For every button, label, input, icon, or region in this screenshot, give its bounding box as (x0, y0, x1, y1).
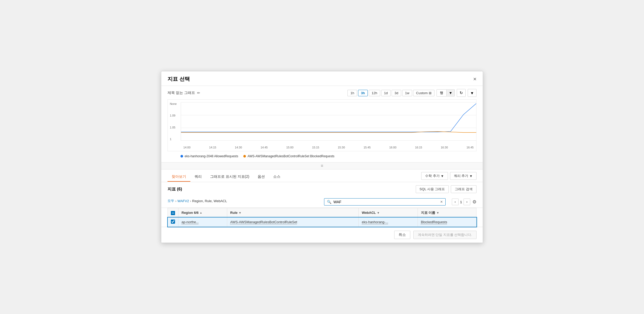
region-sort-icon[interactable]: ▲ (200, 211, 202, 214)
td-rule: AWS-AWSManagedRulesBotControlRuleSet (227, 217, 359, 227)
th-webacl: WebACL ▼ (359, 208, 418, 217)
chart-inner (181, 102, 476, 141)
continue-button: 계속하려면 단일 지표를 선택합니다. (413, 231, 477, 239)
add-query-button[interactable]: 쿼리 추가 ▼ (450, 172, 477, 180)
rule-filter-icon[interactable]: ▼ (239, 211, 242, 214)
tab-source[interactable]: 소스 (269, 172, 285, 182)
breadcrumb-sep-2: › (190, 199, 191, 203)
bottom-section: 찾아보기 쿼리 그래프로 표시된 지표(2) 옵션 소스 수학 추가 ▼ 쿼리 … (161, 169, 483, 227)
time-range-group: 1h 3h 12h 1d 3d 1w Custom ⊞ (347, 90, 434, 96)
modal-title: 지표 선택 (167, 76, 190, 83)
x-label-1645: 16:45 (466, 146, 474, 149)
time-1w[interactable]: 1w (402, 90, 412, 96)
td-metric: BlockedRequests (418, 217, 476, 227)
refresh-button[interactable]: ↻ (457, 89, 466, 97)
row-checkbox[interactable] (171, 220, 175, 224)
tab-browse[interactable]: 찾아보기 (167, 172, 190, 182)
custom-label: Custom (416, 91, 428, 95)
row-select: 행 ▼ (437, 89, 455, 97)
legend-text-2: AWS-AWSManagedRulesBotControlRuleSet Blo… (247, 154, 334, 158)
time-3d[interactable]: 3d (392, 90, 401, 96)
chart-svg (181, 102, 476, 141)
chart-area: None 1.09 1.05 1 14:00 14:15 (167, 99, 477, 151)
sql-graph-button[interactable]: SQL 사용 그래프 (416, 185, 449, 193)
more-options-button[interactable]: ▼ (468, 89, 477, 97)
cancel-button[interactable]: 취소 (394, 231, 410, 239)
webacl-filter-icon[interactable]: ▼ (377, 211, 380, 214)
td-webacl: eks-hanhorang-... (359, 217, 418, 227)
time-1d[interactable]: 1d (381, 90, 391, 96)
x-label-1515: 15:15 (312, 146, 319, 149)
table-row: ap-northe... AWS-AWSManagedRulesBotContr… (168, 217, 477, 227)
region-label: Region 6/6 (182, 211, 199, 215)
row-dropdown-arrow[interactable]: ▼ (446, 90, 454, 96)
webacl-label: WebACL (362, 211, 376, 215)
legend-area: eks-hanhorang-2048 AllowedRequests AWS-A… (167, 153, 477, 160)
settings-gear-button[interactable]: ⚙ (472, 199, 477, 205)
add-query-label: 쿼리 추가 (454, 174, 468, 178)
modal-container: 지표 선택 × 제목 없는 그래프 ✏ 1h 3h 12h 1d 3d 1w (161, 71, 483, 243)
x-label-1500: 15:00 (286, 146, 294, 149)
th-region: Region 6/6 ▲ (178, 208, 227, 217)
graph-title: 제목 없는 그래프 (167, 91, 195, 95)
tab-graphed-metrics[interactable]: 그래프로 표시된 지표(2) (206, 172, 253, 182)
table-header-row: Region 6/6 ▲ Rule ▼ WebA (168, 208, 477, 217)
search-input[interactable] (333, 200, 438, 204)
y-label-109: 1.09 (170, 114, 179, 117)
x-label-1615: 16:15 (415, 146, 422, 149)
metric-name-label: 지표 이름 (421, 210, 435, 215)
add-math-label: 수학 추가 (425, 174, 440, 178)
next-page-button[interactable]: › (464, 199, 470, 205)
th-rule: Rule ▼ (227, 208, 359, 217)
modal-footer: 취소 계속하려면 단일 지표를 선택합니다. (161, 227, 483, 243)
add-query-arrow: ▼ (469, 174, 473, 178)
metric-name-filter-icon[interactable]: ▼ (436, 211, 439, 214)
breadcrumb: 모두 › WAFV2 › Region, Rule, WebACL (167, 199, 227, 203)
y-label-none: None (170, 102, 179, 105)
grid-icon: ⊞ (429, 91, 432, 95)
search-row: 모두 › WAFV2 › Region, Rule, WebACL 🔍 × ‹ (167, 198, 477, 206)
prev-page-button[interactable]: ‹ (452, 199, 459, 205)
search-icon: 🔍 (327, 200, 331, 204)
close-button[interactable]: × (473, 76, 477, 82)
td-region: ap-northe... (178, 217, 227, 227)
time-12h[interactable]: 12h (369, 90, 380, 96)
x-label-1545: 15:45 (364, 146, 371, 149)
tabs: 찾아보기 쿼리 그래프로 표시된 지표(2) 옵션 소스 (167, 172, 285, 182)
edit-icon[interactable]: ✏ (197, 91, 200, 95)
search-clear-icon[interactable]: × (440, 200, 442, 204)
row-label: 행 (437, 90, 446, 96)
time-3h[interactable]: 3h (358, 90, 368, 96)
chart-x-labels: 14:00 14:15 14:30 14:45 15:00 15:15 15:3… (181, 146, 476, 149)
metric-value: BlockedRequests (421, 220, 447, 224)
divider-handle[interactable]: ≡ (161, 162, 483, 169)
rule-value: AWS-AWSManagedRulesBotControlRuleSet (230, 220, 297, 224)
graph-toolbar: 제목 없는 그래프 ✏ 1h 3h 12h 1d 3d 1w Custom ⊞ (167, 89, 477, 97)
select-all-checkbox[interactable] (171, 211, 175, 215)
tab-bar: 찾아보기 쿼리 그래프로 표시된 지표(2) 옵션 소스 수학 추가 ▼ 쿼리 … (161, 169, 483, 182)
tab-options[interactable]: 옵션 (253, 172, 269, 182)
rule-label: Rule (230, 211, 238, 215)
time-custom[interactable]: Custom ⊞ (413, 90, 434, 96)
search-graph-button[interactable]: 그래프 검색 (451, 185, 477, 193)
metrics-header: 지표 (6) SQL 사용 그래프 그래프 검색 (161, 182, 483, 196)
legend-text-1: eks-hanhorang-2048 AllowedRequests (185, 154, 238, 158)
legend-item-2: AWS-AWSManagedRulesBotControlRuleSet Blo… (243, 154, 334, 158)
add-math-button[interactable]: 수학 추가 ▼ (421, 172, 448, 180)
search-bar: 🔍 × (324, 198, 446, 206)
graph-title-area: 제목 없는 그래프 ✏ (167, 91, 200, 95)
webacl-header: WebACL ▼ (362, 211, 414, 215)
region-header: Region 6/6 ▲ (182, 211, 224, 215)
tab-query[interactable]: 쿼리 (190, 172, 206, 182)
search-section: 모두 › WAFV2 › Region, Rule, WebACL 🔍 × ‹ (161, 196, 483, 208)
breadcrumb-all[interactable]: 모두 (167, 199, 174, 203)
table-container: Region 6/6 ▲ Rule ▼ WebA (161, 208, 483, 227)
th-checkbox (168, 208, 178, 217)
modal-header: 지표 선택 × (161, 71, 483, 86)
region-value: ap-northe... (182, 220, 199, 224)
time-1h[interactable]: 1h (347, 90, 357, 96)
td-checkbox (168, 217, 178, 227)
webacl-value: eks-hanhorang-... (362, 220, 388, 224)
page-number: 1 (460, 200, 462, 204)
breadcrumb-namespace[interactable]: WAFV2 (177, 199, 189, 203)
